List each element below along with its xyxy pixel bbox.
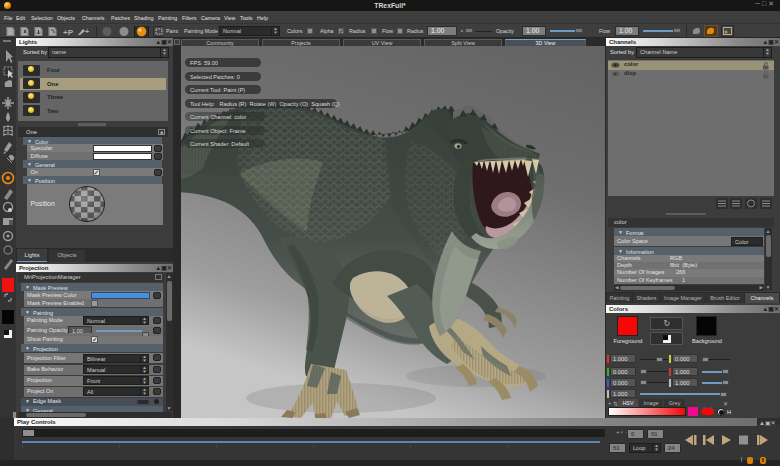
svg-text:+P: +P [63, 28, 74, 37]
svg-text:+: + [85, 28, 89, 35]
